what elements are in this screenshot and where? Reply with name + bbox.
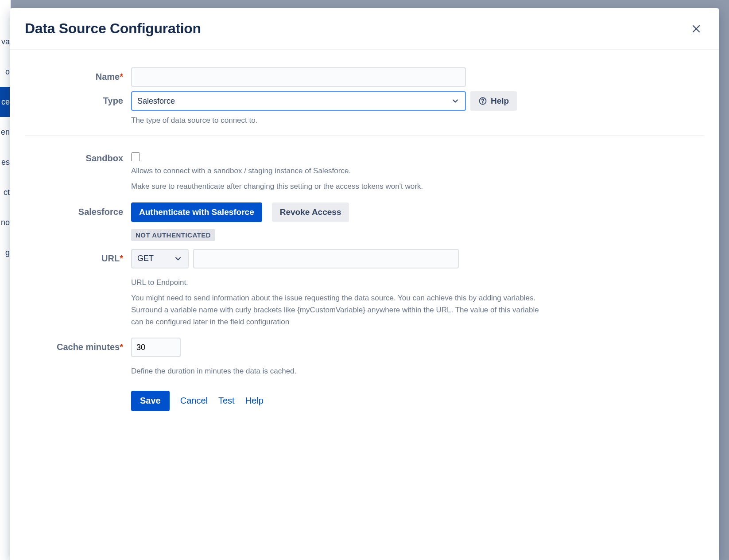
cache-hint: Define the duration in minutes the data … (131, 365, 543, 377)
label-name: Name* (25, 67, 123, 82)
label-cache: Cache minutes* (25, 338, 123, 352)
form-actions: Save Cancel Test Help (131, 391, 552, 411)
type-select[interactable]: Salesforce (131, 91, 466, 111)
required-asterisk: * (120, 72, 123, 82)
revoke-access-button[interactable]: Revoke Access (272, 202, 349, 222)
row-name: Name* (25, 67, 704, 87)
authenticate-button[interactable]: Authenticate with Salesforce (131, 202, 262, 222)
bg-sidebar-item: no (0, 207, 11, 237)
svg-point-3 (483, 103, 483, 103)
required-asterisk: * (120, 342, 123, 352)
sandbox-checkbox[interactable] (131, 152, 140, 161)
authenticate-button-label: Authenticate with Salesforce (139, 207, 254, 217)
save-button[interactable]: Save (131, 391, 170, 411)
label-salesforce-text: Salesforce (78, 207, 123, 217)
bg-sidebar-item: g (0, 237, 11, 268)
bg-sidebar-item: es (0, 147, 11, 177)
row-url: URL* GET URL to Endpoint. You might need… (25, 249, 704, 328)
type-help-button[interactable]: Help (470, 91, 517, 111)
bg-sidebar-item: ct (0, 177, 11, 207)
row-type: Type Salesforce Help (25, 91, 704, 126)
sandbox-hint1: Allows to connect with a sandbox / stagi… (131, 165, 543, 177)
label-type-text: Type (103, 96, 123, 105)
required-asterisk: * (120, 253, 123, 263)
label-name-text: Name (96, 72, 120, 82)
cancel-link[interactable]: Cancel (180, 396, 208, 406)
row-salesforce: Salesforce Authenticate with Salesforce … (25, 202, 704, 241)
label-salesforce: Salesforce (25, 202, 123, 217)
close-button[interactable] (688, 21, 704, 37)
label-type: Type (25, 91, 123, 106)
test-link[interactable]: Test (218, 396, 235, 406)
cache-minutes-input[interactable] (131, 338, 181, 357)
label-sandbox-text: Sandbox (86, 153, 123, 163)
label-url: URL* (25, 249, 123, 264)
modal-header: Data Source Configuration (10, 8, 719, 50)
bg-sidebar-item: ce (0, 87, 11, 117)
close-icon (691, 23, 702, 34)
chevron-down-icon (451, 97, 460, 105)
bg-sidebar-item: va (0, 27, 11, 57)
http-method-select[interactable]: GET (131, 249, 189, 268)
sandbox-hint2: Make sure to reauthenticate after changi… (131, 180, 543, 192)
config-modal: Data Source Configuration Name* Type (10, 8, 719, 560)
auth-status-badge: NOT AUTHENTICATED (131, 229, 215, 241)
bg-sidebar-item: o (0, 57, 11, 87)
name-input[interactable] (131, 67, 466, 87)
revoke-access-button-label: Revoke Access (280, 207, 341, 217)
row-cache: Cache minutes* Define the duration in mi… (25, 338, 704, 415)
url-input[interactable] (193, 249, 459, 268)
question-icon (478, 97, 487, 105)
modal-title: Data Source Configuration (25, 20, 201, 37)
type-hint: The type of data source to connect to. (131, 114, 543, 126)
url-hint1: URL to Endpoint. (131, 276, 543, 288)
label-sandbox: Sandbox (25, 149, 123, 163)
background-sidebar: va o ce en es ct no g (0, 0, 11, 560)
bg-sidebar-item: en (0, 117, 11, 147)
url-hint2: You might need to send information about… (131, 292, 543, 328)
chevron-down-icon (174, 254, 182, 263)
type-help-button-label: Help (491, 96, 509, 106)
section-divider (25, 135, 704, 136)
save-button-label: Save (140, 396, 161, 406)
label-cache-text: Cache minutes (57, 342, 120, 352)
help-link[interactable]: Help (245, 396, 264, 406)
type-select-value: Salesforce (137, 97, 175, 106)
http-method-value: GET (137, 254, 154, 263)
row-sandbox: Sandbox Allows to connect with a sandbox… (25, 149, 704, 192)
modal-body: Name* Type Salesforce (10, 50, 719, 560)
label-url-text: URL (101, 253, 120, 263)
